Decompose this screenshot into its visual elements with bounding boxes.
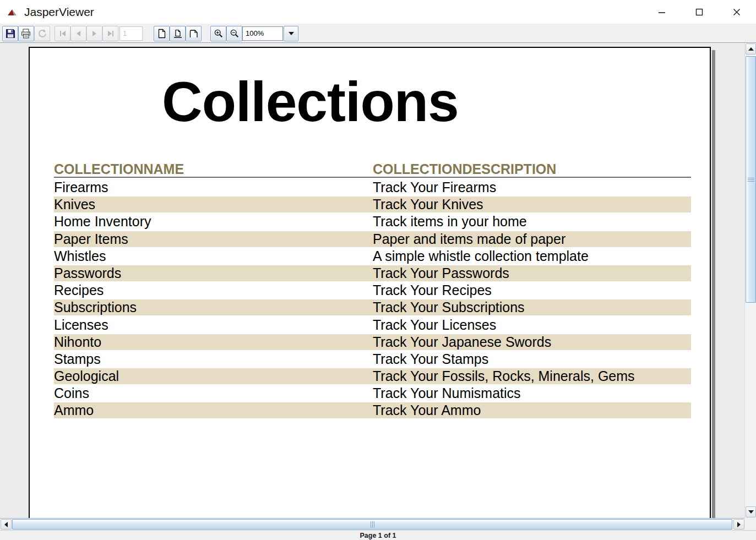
cell-description: Track Your Recipes <box>373 282 492 298</box>
scrollbar-corner <box>744 518 756 530</box>
vertical-scrollbar[interactable] <box>744 43 756 518</box>
page-status-text: Page 1 of 1 <box>360 532 396 539</box>
cell-name: Whistles <box>54 248 106 264</box>
next-page-button <box>86 26 102 41</box>
cell-name: Subscriptions <box>54 299 137 315</box>
table-row: Nihonto Track Your Japanese Swords <box>54 334 691 351</box>
table-header-row: COLLECTIONNAME COLLECTIONDESCRIPTION <box>54 161 691 178</box>
right-triangle-icon <box>737 522 741 527</box>
fit-width-icon <box>189 29 199 39</box>
horizontal-scrollbar-thumb[interactable] <box>12 519 732 530</box>
cell-description: Track Your Fossils, Rocks, Minerals, Gem… <box>373 368 635 384</box>
table-row: Home Inventory Track items in your home <box>54 214 691 231</box>
report-table: COLLECTIONNAME COLLECTIONDESCRIPTION Fir… <box>54 161 691 420</box>
cell-description: Track Your Licenses <box>373 317 496 333</box>
chevron-down-icon <box>289 32 294 35</box>
cell-description: Paper and items made of paper <box>373 231 565 247</box>
cell-description: Track Your Ammo <box>373 402 481 418</box>
scroll-left-button[interactable] <box>1 519 12 530</box>
column-header-description: COLLECTIONDESCRIPTION <box>373 161 556 177</box>
actual-size-button[interactable] <box>154 26 170 41</box>
cell-description: Track Your Passwords <box>373 265 509 281</box>
window-controls <box>649 3 749 21</box>
table-row: Licenses Track Your Licenses <box>54 317 691 334</box>
vertical-scrollbar-thumb[interactable] <box>746 56 756 303</box>
page-shadow <box>712 50 715 518</box>
table-row: Geological Track Your Fossils, Rocks, Mi… <box>54 368 691 385</box>
cell-name: Paper Items <box>54 231 128 247</box>
print-icon <box>21 29 31 39</box>
cell-description: Track Your Knives <box>373 197 483 212</box>
up-triangle-icon <box>748 47 754 51</box>
first-page-button <box>55 26 70 41</box>
table-row: Passwords Track Your Passwords <box>54 265 691 282</box>
zoom-out-icon <box>230 29 240 39</box>
table-row: Stamps Track Your Stamps <box>54 351 691 368</box>
cell-name: Geological <box>54 368 119 384</box>
cell-description: Track Your Japanese Swords <box>373 334 551 350</box>
last-page-button <box>102 26 118 41</box>
cell-description: A simple whistle collection template <box>373 248 589 264</box>
zoom-level-input[interactable] <box>242 26 283 41</box>
print-button[interactable] <box>18 26 34 41</box>
minimize-button[interactable] <box>649 3 675 21</box>
zoom-in-icon <box>214 29 224 39</box>
scroll-down-button[interactable] <box>746 506 756 517</box>
table-row: Coins Track Your Numismatics <box>54 385 691 402</box>
table-row: Paper Items Paper and items made of pape… <box>54 231 691 248</box>
last-page-icon <box>108 31 113 36</box>
down-triangle-icon <box>748 510 754 514</box>
cell-description: Track Your Subscriptions <box>373 299 525 315</box>
cell-name: Nihonto <box>54 334 101 350</box>
table-row: Knives Track Your Knives <box>54 197 691 214</box>
thumb-grip-icon <box>748 178 754 182</box>
reload-icon <box>37 29 47 39</box>
column-header-name: COLLECTIONNAME <box>54 161 184 177</box>
cell-description: Track items in your home <box>373 214 527 230</box>
window-title: JasperViewer <box>24 6 94 19</box>
table-row: Subscriptions Track Your Subscriptions <box>54 299 691 317</box>
cell-description: Track Your Stamps <box>373 351 488 367</box>
table-row: Firearms Track Your Firearms <box>54 179 691 197</box>
maximize-button[interactable] <box>687 3 712 21</box>
cell-name: Recipes <box>54 282 104 298</box>
thumb-grip-icon <box>371 521 374 528</box>
actual-size-icon <box>157 29 167 39</box>
page-number-input <box>119 26 143 41</box>
scroll-right-button[interactable] <box>733 519 744 530</box>
previous-page-button <box>70 26 86 41</box>
cell-name: Home Inventory <box>54 214 151 230</box>
report-viewport: Collections COLLECTIONNAME COLLECTIONDES… <box>0 42 756 518</box>
fit-page-button[interactable] <box>170 26 186 41</box>
horizontal-scrollbar[interactable] <box>0 518 744 530</box>
zoom-dropdown-button[interactable] <box>284 26 298 41</box>
cell-name: Stamps <box>54 351 101 367</box>
report-page: Collections COLLECTIONNAME COLLECTIONDES… <box>29 47 711 518</box>
save-button[interactable] <box>2 26 18 41</box>
previous-page-icon <box>77 31 80 36</box>
next-page-icon <box>93 31 96 36</box>
cell-description: Track Your Numismatics <box>373 385 521 401</box>
toolbar <box>0 24 756 42</box>
report-title: Collections <box>162 72 459 132</box>
zoom-out-button[interactable] <box>226 26 242 41</box>
fit-page-icon <box>173 29 183 39</box>
reload-button <box>34 26 50 41</box>
cell-name: Knives <box>54 197 95 212</box>
cell-name: Firearms <box>54 179 108 195</box>
table-row: Whistles A simple whistle collection tem… <box>54 248 691 265</box>
cell-name: Ammo <box>54 402 94 418</box>
fit-width-button[interactable] <box>186 26 202 41</box>
status-bar: Page 1 of 1 <box>0 530 756 540</box>
cell-name: Coins <box>54 385 89 401</box>
app-logo-icon <box>7 7 19 17</box>
left-triangle-icon <box>4 522 8 527</box>
first-page-icon <box>60 31 66 36</box>
cell-description: Track Your Firearms <box>373 179 496 195</box>
close-button[interactable] <box>724 3 749 21</box>
table-body: Firearms Track Your Firearms Knives Trac… <box>54 179 691 420</box>
scroll-up-button[interactable] <box>746 43 756 54</box>
titlebar: JasperViewer <box>0 0 756 24</box>
zoom-in-button[interactable] <box>210 26 226 41</box>
table-row: Recipes Track Your Recipes <box>54 282 691 299</box>
